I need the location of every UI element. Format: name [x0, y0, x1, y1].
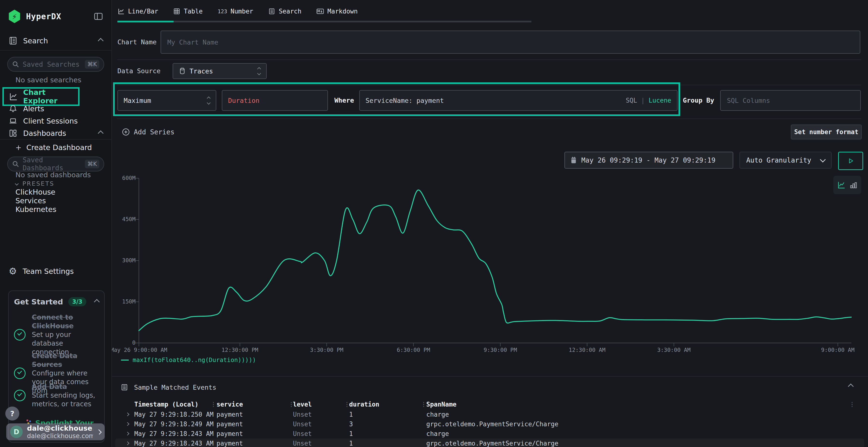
col-duration[interactable]: duration: [349, 401, 379, 408]
aggregation-select[interactable]: Maximum: [117, 90, 216, 111]
checklist-item[interactable]: Add Data Start sending logs, metrics, or…: [14, 382, 99, 409]
run-query-button[interactable]: [838, 152, 863, 170]
col-timestamp[interactable]: Timestamp (Local): [134, 401, 198, 408]
checklist-item[interactable]: Connect to ClickHouse Set up your databa…: [14, 313, 99, 356]
user-email: dale@clickhouse.com: [27, 424, 93, 432]
select-chevrons-icon: [207, 97, 210, 104]
date-range-value: May 26 09:29:19 - May 27 09:29:19: [581, 156, 715, 164]
tab-underline: [174, 21, 531, 23]
presets-header[interactable]: PRESETS: [0, 179, 112, 188]
x-axis-labels: May 26 9:00:00 AM12:30:00 PM3:30:00 PM6:…: [139, 347, 851, 354]
cell-spanname: charge: [426, 411, 449, 418]
dashboards-grid-icon: [9, 129, 18, 138]
expand-row-chevron[interactable]: [126, 413, 129, 416]
tab-line-bar[interactable]: Line/Bar: [117, 8, 158, 15]
metric-field-input[interactable]: Duration: [222, 90, 328, 111]
col-level[interactable]: level: [293, 401, 312, 408]
column-separator: ⋮: [211, 401, 216, 408]
granularity-select[interactable]: Auto Granularity: [740, 152, 832, 169]
table-row[interactable]: May 27 9:29:18.249 AM payment Unset 3 gr…: [115, 419, 864, 429]
set-number-format-button[interactable]: Set number format: [791, 125, 862, 139]
list-icon: [268, 8, 275, 15]
collapse-panel-chevron[interactable]: [848, 383, 854, 389]
sidebar-item-preset-clickhouse[interactable]: ClickHouse: [0, 187, 112, 197]
add-series-button[interactable]: Add Series: [122, 128, 175, 136]
help-button[interactable]: ?: [5, 407, 19, 420]
divider: [0, 50, 112, 50]
hyperdx-logo-icon: ⚡: [8, 10, 21, 23]
chart-legend: maxIf(toFloat640..ng(Duration))))): [121, 356, 256, 364]
x-tick-label: 12:30:00 AM: [569, 347, 606, 353]
cell-level: Unset: [293, 440, 312, 447]
events-table-header: Timestamp (Local) ⋮ service ⋮ level ⋮ du…: [112, 400, 868, 409]
sidebar: ⚡ HyperDX Search Saved Searches ⌘K No sa…: [0, 0, 112, 447]
x-tick-label: 3:30:00 AM: [657, 347, 690, 353]
legend-label: maxIf(toFloat640..ng(Duration))))): [133, 356, 256, 364]
no-saved-dashboards-text: No saved dashboards: [0, 170, 112, 180]
check-circle-icon: [14, 368, 26, 379]
where-label: Where: [334, 90, 354, 111]
markdown-icon: [316, 8, 324, 15]
chevron-down-icon: [15, 182, 19, 185]
check-circle-icon: [14, 390, 26, 401]
expand-row-chevron[interactable]: [126, 422, 129, 426]
sample-events-header[interactable]: Sample Matched Events: [121, 382, 216, 392]
sidebar-item-client-sessions[interactable]: Client Sessions: [0, 115, 112, 127]
chart-type-tabs: Line/Bar Table 123 Number Search Markdow…: [117, 0, 358, 23]
tab-search[interactable]: Search: [268, 8, 301, 15]
timeseries-chart[interactable]: [134, 177, 851, 349]
where-input[interactable]: ServiceName: payment SQL | Lucene: [359, 90, 678, 111]
main-content: Line/Bar Table 123 Number Search Markdow…: [112, 0, 868, 447]
collapse-sidebar-button[interactable]: [94, 11, 103, 21]
search-icon: [12, 161, 19, 168]
data-source-select[interactable]: Traces: [173, 63, 267, 79]
y-axis-labels: 600M450M300M150M0: [112, 178, 135, 343]
chevron-up-icon[interactable]: [94, 299, 100, 305]
expand-row-chevron[interactable]: [126, 432, 129, 436]
group-by-input[interactable]: [720, 90, 861, 111]
chart-name-input[interactable]: [161, 31, 860, 54]
granularity-value: Auto Granularity: [746, 156, 811, 164]
x-tick-label: 12:30:00 PM: [222, 347, 258, 353]
table-row[interactable]: May 27 9:29:18.250 AM payment Unset 1 ch…: [115, 410, 864, 419]
column-separator: ⋮: [421, 401, 427, 408]
table-row[interactable]: May 27 9:29:18.243 AM payment Unset 1 ch…: [115, 429, 864, 438]
col-service[interactable]: service: [217, 401, 243, 408]
cell-service: payment: [217, 440, 243, 447]
list-icon: [121, 383, 128, 391]
saved-searches-input[interactable]: Saved Searches ⌘K: [7, 57, 104, 72]
app-root: { "app": { "title": "HyperDX" }, "colors…: [0, 0, 868, 447]
chevron-up-icon[interactable]: [98, 38, 103, 44]
saved-dashboards-input[interactable]: Saved Dashboards ⌘K: [7, 157, 104, 171]
tab-table[interactable]: Table: [173, 8, 203, 15]
table-row[interactable]: May 27 9:29:18.243 AM payment Unset 1 gr…: [115, 439, 864, 447]
search-icon: [12, 61, 19, 68]
sql-toggle[interactable]: SQL: [626, 97, 637, 104]
user-menu[interactable]: D dale@clickhouse.com dale@clickhouse.co…: [6, 423, 105, 440]
sidebar-item-preset-kubernetes[interactable]: Kubernetes: [0, 205, 112, 214]
cell-level: Unset: [293, 411, 312, 418]
column-separator: ⋮: [849, 401, 855, 408]
divider: [117, 118, 861, 119]
sidebar-item-team-settings[interactable]: ⚙ Team Settings: [0, 265, 112, 277]
avatar: D: [10, 425, 23, 438]
cell-service: payment: [217, 420, 243, 428]
chart-series-line: [139, 190, 851, 331]
line-chart-icon: [117, 8, 125, 15]
chevron-up-icon[interactable]: [98, 130, 103, 136]
date-range-picker[interactable]: May 26 09:29:19 - May 27 09:29:19: [564, 152, 733, 169]
create-dashboard-button[interactable]: + Create Dashboard: [0, 142, 112, 153]
sidebar-item-alerts[interactable]: Alerts: [0, 103, 112, 115]
sidebar-section-search[interactable]: Search: [23, 37, 48, 45]
expand-row-chevron[interactable]: [126, 442, 129, 445]
sidebar-item-preset-services[interactable]: Services: [0, 196, 112, 205]
col-spanname[interactable]: SpanName: [426, 401, 457, 408]
group-by-label: Group By: [683, 90, 714, 111]
sidebar-item-dashboards[interactable]: Dashboards: [0, 127, 112, 139]
tab-markdown[interactable]: Markdown: [316, 8, 358, 15]
tab-number[interactable]: 123 Number: [218, 8, 253, 15]
x-tick-label: 6:30:00 PM: [397, 347, 430, 353]
lucene-toggle[interactable]: Lucene: [649, 97, 671, 104]
cell-timestamp: May 27 9:29:18.250 AM: [134, 411, 214, 418]
legend-swatch: [121, 359, 129, 360]
